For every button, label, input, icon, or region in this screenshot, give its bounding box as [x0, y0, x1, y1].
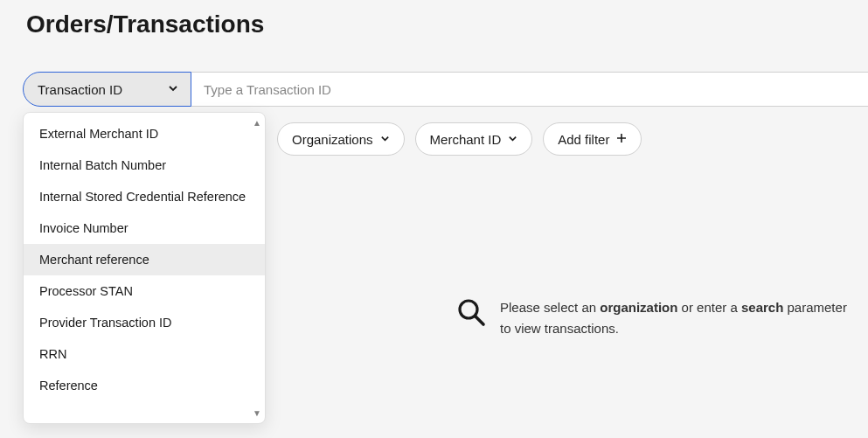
filter-type-option[interactable]: External Merchant ID — [24, 118, 265, 149]
page-title: Orders/Transactions — [0, 0, 868, 38]
chevron-down-icon — [380, 133, 390, 146]
add-filter-button[interactable]: Add filter — [543, 122, 642, 156]
filter-type-dropdown: ▲ External Merchant IDInternal Batch Num… — [23, 112, 266, 424]
filter-type-option[interactable]: Invoice Number — [24, 212, 265, 244]
organizations-filter[interactable]: Organizations — [277, 122, 405, 156]
search-input-container — [191, 72, 868, 107]
filter-type-dropdown-list[interactable]: External Merchant IDInternal Batch Numbe… — [24, 113, 265, 423]
chevron-down-icon — [168, 82, 178, 96]
search-input[interactable] — [191, 73, 868, 106]
search-icon — [456, 297, 486, 330]
add-filter-label: Add filter — [558, 132, 609, 147]
plus-icon — [616, 133, 627, 146]
filter-type-option[interactable]: Merchant reference — [24, 244, 265, 275]
empty-state: Please select an organization or enter a… — [456, 297, 850, 339]
filter-type-select[interactable]: Transaction ID — [23, 72, 191, 107]
filter-type-option[interactable]: Provider Transaction ID — [24, 307, 265, 338]
filters-row: Organizations Merchant ID Add filter — [277, 122, 868, 156]
chevron-down-icon — [508, 133, 517, 146]
filter-type-option[interactable]: Internal Stored Credential Reference — [24, 181, 265, 212]
filter-type-option[interactable]: Reference — [24, 370, 265, 401]
filter-type-option[interactable]: Processor STAN — [24, 275, 265, 307]
filter-type-option[interactable]: RRN — [24, 338, 265, 370]
empty-state-text: Please select an organization or enter a… — [500, 297, 850, 339]
merchant-id-filter[interactable]: Merchant ID — [415, 122, 533, 156]
svg-line-1 — [476, 316, 483, 324]
merchant-id-filter-label: Merchant ID — [430, 132, 502, 147]
filter-type-selected-label: Transaction ID — [38, 82, 122, 97]
organizations-filter-label: Organizations — [292, 132, 373, 147]
search-bar: Transaction ID — [23, 72, 868, 107]
filter-type-option[interactable]: Internal Batch Number — [24, 149, 265, 181]
